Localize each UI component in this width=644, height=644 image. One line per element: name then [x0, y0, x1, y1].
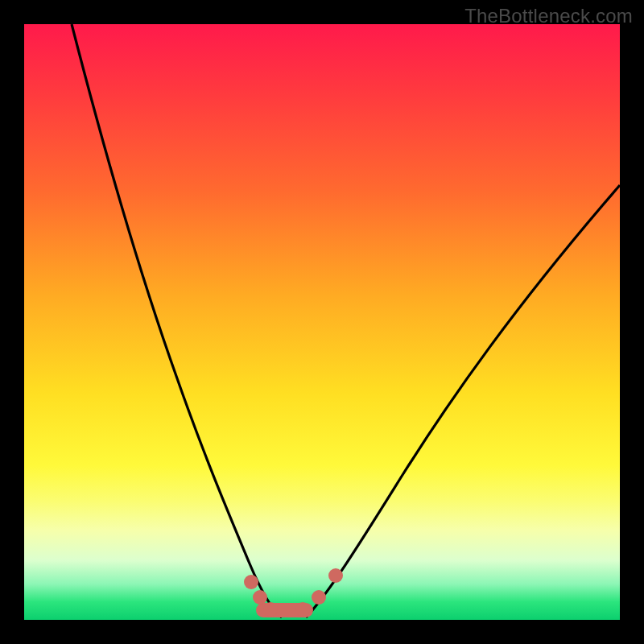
chart-frame: TheBottleneck.com — [0, 0, 644, 644]
curve-right — [306, 185, 620, 617]
watermark-text: TheBottleneck.com — [464, 5, 633, 27]
marker-dot — [295, 602, 310, 617]
plot-area — [24, 24, 620, 620]
marker-dot — [312, 590, 326, 605]
marker-dot — [328, 568, 343, 583]
marker-dot — [244, 575, 258, 589]
marker-dot — [263, 602, 278, 617]
chart-svg — [24, 24, 620, 620]
curve-left — [72, 24, 282, 617]
marker-dot — [253, 590, 267, 605]
